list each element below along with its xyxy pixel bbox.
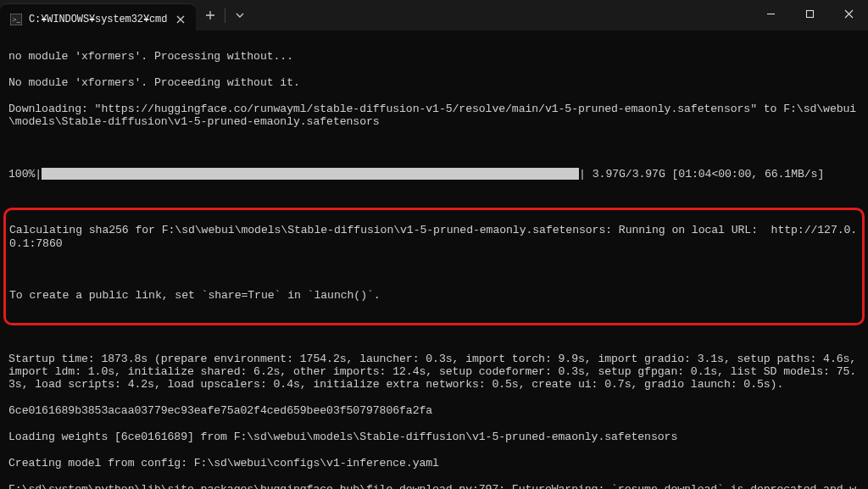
log-line: Startup time: 1873.8s (prepare environme…: [8, 353, 860, 392]
window-close-button[interactable]: [829, 0, 868, 27]
tab-close-button[interactable]: [174, 13, 187, 26]
titlebar-drag-region[interactable]: [254, 0, 751, 31]
log-line: Downloading: "https://huggingface.co/run…: [8, 103, 860, 129]
terminal-output[interactable]: no module 'xformers'. Processing without…: [0, 31, 868, 489]
window-minimize-button[interactable]: [751, 0, 790, 27]
tab-title: C:¥WINDOWS¥system32¥cmd: [29, 14, 167, 25]
progress-stats: 3.97G/3.97G [01:04<00:00, 66.1MB/s]: [586, 168, 824, 181]
tab-dropdown-button[interactable]: [225, 1, 254, 30]
log-line: no module 'xformers'. Processing without…: [8, 50, 860, 63]
log-line: To create a public link, set `share=True…: [9, 289, 859, 302]
log-line: Loading weights [6ce0161689] from F:\sd\…: [8, 431, 860, 443]
log-line: 6ce0161689b3853acaa03779ec93eafe75a02f4c…: [8, 404, 860, 417]
terminal-tab[interactable]: >_ C:¥WINDOWS¥system32¥cmd: [0, 3, 196, 34]
svg-rect-2: [806, 10, 813, 17]
window-titlebar: >_ C:¥WINDOWS¥system32¥cmd: [0, 0, 868, 31]
progress-bar: [42, 168, 579, 180]
log-line: F:\sd\system\python\lib\site-packages\hu…: [8, 483, 860, 489]
new-tab-button[interactable]: [196, 1, 225, 30]
svg-text:>_: >_: [13, 15, 21, 24]
highlighted-local-url-section: Calculating sha256 for F:\sd\webui\model…: [3, 208, 865, 325]
log-line: No module 'xformers'. Proceeding without…: [8, 76, 860, 89]
window-maximize-button[interactable]: [790, 0, 829, 27]
log-line: Calculating sha256 for F:\sd\webui\model…: [9, 224, 859, 250]
cmd-icon: >_: [10, 14, 22, 25]
progress-label: 100%: [8, 168, 35, 181]
progress-download-model: 100%|| 3.97G/3.97G [01:04<00:00, 66.1MB/…: [8, 168, 860, 181]
log-line: Creating model from config: F:\sd\webui\…: [8, 457, 860, 470]
